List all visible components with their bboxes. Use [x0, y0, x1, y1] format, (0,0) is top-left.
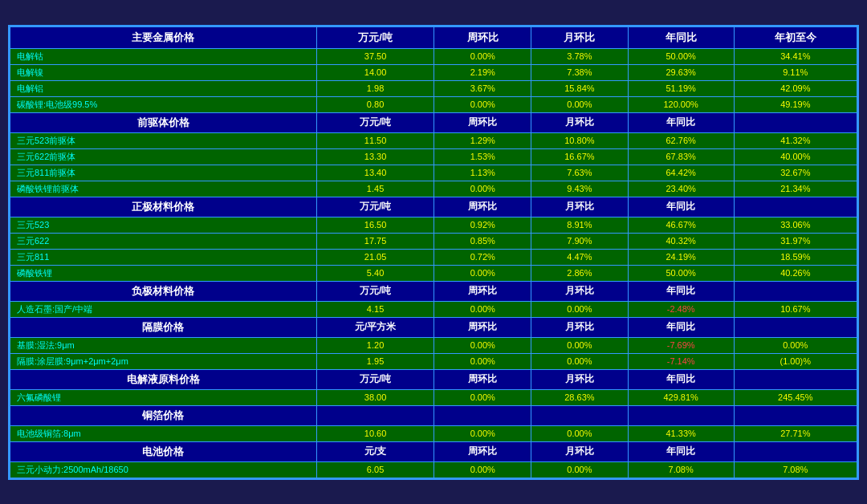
section-header-col5 [628, 405, 734, 425]
header-col3: 周环比 [434, 26, 531, 48]
section-header-col6 [734, 112, 857, 132]
row-val-col3: 0.00% [434, 461, 531, 478]
row-name: 基膜:湿法:9μm [10, 337, 317, 353]
row-val-col6: 31.97% [734, 233, 857, 249]
row-val-col6: 0.00% [734, 337, 857, 353]
row-val-col5: 24.19% [628, 249, 734, 265]
table-body: 电解钴37.500.00%3.78%50.00%34.41%电解镍14.002.… [10, 48, 857, 478]
row-val-col3: 0.00% [434, 425, 531, 441]
row-name: 三元811前驱体 [10, 165, 317, 181]
row-val-col3: 2.19% [434, 64, 531, 80]
table-row: 电解铝1.983.67%15.84%51.19%42.09% [10, 80, 857, 96]
row-val-col2: 13.30 [316, 148, 434, 165]
section-header-col4: 月环比 [531, 317, 629, 337]
section-header-col3: 周环比 [434, 112, 531, 132]
section-header-col4: 月环比 [531, 369, 629, 389]
section-header-row: 负极材料价格万元/吨周环比月环比年同比 [10, 281, 857, 301]
row-val-col3: 3.67% [434, 80, 531, 96]
section-header-col1: 正极材料价格 [10, 197, 317, 217]
section-header-row: 隔膜价格元/平方米周环比月环比年同比 [10, 317, 857, 337]
row-val-col4: 4.47% [531, 249, 629, 265]
row-val-col4: 0.00% [531, 425, 629, 441]
row-name: 电解钴 [10, 48, 317, 64]
row-val-col2: 6.05 [316, 461, 434, 478]
row-val-col4: 0.00% [531, 353, 629, 369]
row-val-col3: 0.00% [434, 353, 531, 369]
row-val-col4: 7.38% [531, 64, 629, 80]
row-val-col3: 0.85% [434, 233, 531, 249]
row-val-col5: 29.63% [628, 64, 734, 80]
row-name: 三元811 [10, 249, 317, 265]
row-val-col2: 14.00 [316, 64, 434, 80]
row-val-col4: 28.63% [531, 389, 629, 405]
section-header-col2: 万元/吨 [316, 281, 434, 301]
row-val-col3: 0.00% [434, 96, 531, 112]
row-val-col2: 1.20 [316, 337, 434, 353]
row-val-col2: 1.98 [316, 80, 434, 96]
section-header-col2: 万元/吨 [316, 112, 434, 132]
table-row: 电解镍14.002.19%7.38%29.63%9.11% [10, 64, 857, 80]
section-header-col1: 隔膜价格 [10, 317, 317, 337]
row-val-col6: 33.06% [734, 217, 857, 233]
row-val-col5: -7.69% [628, 337, 734, 353]
section-header-col1: 电池价格 [10, 441, 317, 461]
section-header-col6 [734, 369, 857, 389]
table-row: 三元小动力:2500mAh/186506.050.00%0.00%7.08%7.… [10, 461, 857, 478]
row-val-col5: -7.14% [628, 353, 734, 369]
row-val-col6: 32.67% [734, 165, 857, 181]
header-col4: 月环比 [531, 26, 629, 48]
row-val-col6: 34.41% [734, 48, 857, 64]
section-header-col1: 负极材料价格 [10, 281, 317, 301]
row-name: 电池级铜箔:8μm [10, 425, 317, 441]
row-val-col6: 7.08% [734, 461, 857, 478]
section-header-col1: 铜箔价格 [10, 405, 317, 425]
section-header-col2: 万元/吨 [316, 369, 434, 389]
section-header-col5: 年同比 [628, 112, 734, 132]
section-header-col5: 年同比 [628, 369, 734, 389]
table-row: 三元523前驱体11.501.29%10.80%62.76%41.32% [10, 132, 857, 148]
section-header-col4: 月环比 [531, 197, 629, 217]
row-val-col4: 3.78% [531, 48, 629, 64]
row-val-col6: 41.32% [734, 132, 857, 148]
row-name: 三元622前驱体 [10, 148, 317, 165]
section-header-col6 [734, 197, 857, 217]
row-val-col4: 9.43% [531, 181, 629, 197]
section-header-col2: 元/支 [316, 441, 434, 461]
row-name: 人造石墨:国产/中端 [10, 301, 317, 317]
row-val-col6: 42.09% [734, 80, 857, 96]
row-val-col2: 13.40 [316, 165, 434, 181]
row-val-col6: 21.34% [734, 181, 857, 197]
row-val-col4: 0.00% [531, 96, 629, 112]
section-header-col4 [531, 405, 629, 425]
row-val-col5: 41.33% [628, 425, 734, 441]
row-val-col2: 1.45 [316, 181, 434, 197]
row-val-col2: 10.60 [316, 425, 434, 441]
row-name: 电解镍 [10, 64, 317, 80]
table-row: 电池级铜箔:8μm10.600.00%0.00%41.33%27.71% [10, 425, 857, 441]
section-header-col3: 周环比 [434, 197, 531, 217]
row-val-col2: 5.40 [316, 265, 434, 281]
row-val-col2: 0.80 [316, 96, 434, 112]
row-val-col3: 0.00% [434, 301, 531, 317]
section-header-row: 电池价格元/支周环比月环比年同比 [10, 441, 857, 461]
header-col6: 年初至今 [734, 26, 857, 48]
row-val-col2: 21.05 [316, 249, 434, 265]
section-header-col4: 月环比 [531, 441, 629, 461]
row-val-col3: 1.13% [434, 165, 531, 181]
section-header-col2: 万元/吨 [316, 197, 434, 217]
row-name: 三元小动力:2500mAh/18650 [10, 461, 317, 478]
table-row: 三元52316.500.92%8.91%46.67%33.06% [10, 217, 857, 233]
row-val-col2: 4.15 [316, 301, 434, 317]
section-header-col6 [734, 405, 857, 425]
section-header-col6 [734, 317, 857, 337]
row-val-col4: 0.00% [531, 301, 629, 317]
row-val-col4: 7.90% [531, 233, 629, 249]
section-header-col5: 年同比 [628, 281, 734, 301]
row-name: 隔膜:涂层膜:9μm+2μm+2μm [10, 353, 317, 369]
section-header-col4: 月环比 [531, 112, 629, 132]
table-row: 三元811前驱体13.401.13%7.63%64.42%32.67% [10, 165, 857, 181]
row-val-col2: 11.50 [316, 132, 434, 148]
row-name: 三元523 [10, 217, 317, 233]
section-header-col2: 元/平方米 [316, 317, 434, 337]
row-val-col4: 15.84% [531, 80, 629, 96]
